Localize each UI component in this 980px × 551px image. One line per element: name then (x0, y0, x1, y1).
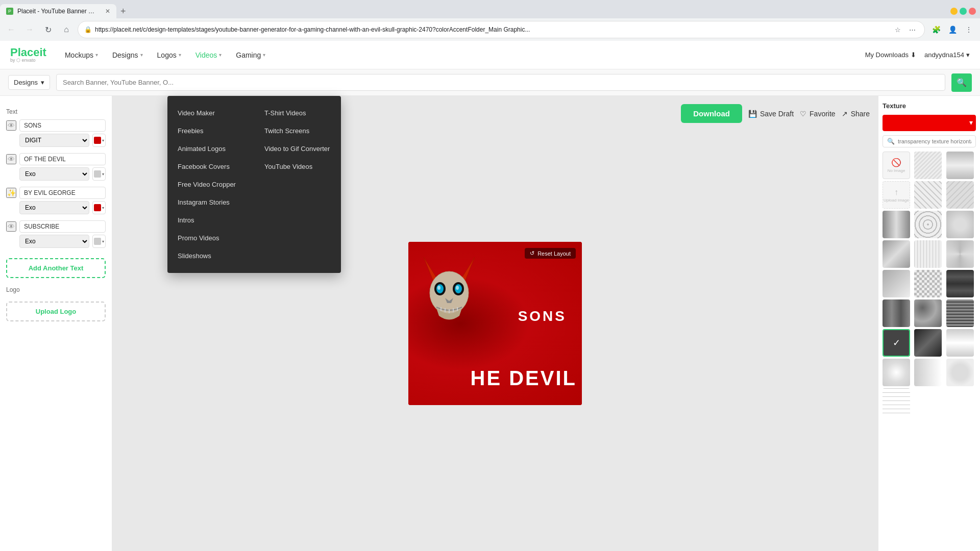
tab-close-button[interactable]: ✕ (105, 8, 110, 15)
menu-icon[interactable]: ⋮ (962, 22, 976, 37)
dropdown-item-facebook-covers[interactable]: Facebook Covers (167, 158, 254, 176)
banner-devil-text: HE DEVIL (471, 367, 577, 390)
dropdown-item-video-gif[interactable]: Video to Gif Converter (254, 140, 341, 158)
profile-icon[interactable]: 👤 (945, 22, 960, 37)
visibility-toggle-1[interactable]: 👁 (6, 120, 16, 131)
text-field-4[interactable] (19, 220, 106, 233)
nav-item-mockups[interactable]: Mockups ▾ (59, 48, 104, 62)
address-bar-row: ← → ↻ ⌂ 🔒 https://placeit.net/c/design-t… (0, 18, 980, 41)
reload-button[interactable]: ↻ (41, 22, 55, 37)
search-input[interactable] (56, 74, 945, 91)
font-select-2[interactable]: Exo (19, 167, 89, 181)
texture-item-11[interactable] (883, 270, 910, 297)
dropdown-item-instagram-stories[interactable]: Instagram Stories (167, 193, 254, 211)
dropdown-item-promo-videos[interactable]: Promo Videos (167, 229, 254, 247)
back-button[interactable]: ← (4, 22, 18, 37)
texture-item-selected[interactable]: ✓ (883, 329, 910, 357)
reset-layout-button[interactable]: ↺ Reset Layout (525, 248, 576, 259)
my-downloads-link[interactable]: My Downloads ⬇ (865, 51, 916, 59)
address-bar[interactable]: 🔒 https://placeit.net/c/design-templates… (78, 21, 925, 38)
font-select-1[interactable]: DIGIT (19, 134, 89, 147)
dropdown-item-animated-logos[interactable]: Animated Logos (167, 140, 254, 158)
new-tab-button[interactable]: + (116, 6, 130, 17)
texture-grid: 🚫 No Image ↑ Upload Image (883, 152, 976, 416)
search-button[interactable]: 🔍 (951, 73, 972, 92)
color-picker-1[interactable]: ▾ (92, 134, 106, 147)
close-button[interactable] (969, 8, 976, 15)
dropdown-item-intros[interactable]: Intros (167, 211, 254, 229)
logo[interactable]: Placeit by ⬡ envato (10, 47, 46, 63)
upload-logo-button[interactable]: Upload Logo (6, 302, 106, 321)
texture-item-15[interactable] (914, 299, 942, 327)
texture-upload-item[interactable]: ↑ Upload Image (883, 181, 910, 209)
text-field-1[interactable] (19, 119, 106, 132)
texture-item-2[interactable] (946, 152, 974, 179)
color-picker-2[interactable]: ▾ (92, 167, 106, 181)
texture-no-image[interactable]: 🚫 No Image (883, 152, 910, 179)
texture-item-17[interactable] (914, 329, 942, 357)
search-category-dropdown[interactable]: Designs ▾ (8, 75, 50, 90)
texture-search-input[interactable] (898, 138, 971, 144)
texture-item-18[interactable] (946, 329, 974, 357)
visibility-toggle-4[interactable]: 👁 (6, 221, 16, 232)
dropdown-item-twitch-screens[interactable]: Twitch Screens (254, 122, 341, 140)
texture-item-13[interactable] (946, 270, 974, 297)
texture-item-20[interactable] (914, 359, 942, 386)
dropdown-item-freebies[interactable]: Freebies (167, 122, 254, 140)
extensions-icon[interactable]: 🧩 (929, 22, 943, 37)
text-item-2-header: 👁 (6, 153, 106, 165)
color-picker-4[interactable]: ▾ (92, 235, 106, 248)
texture-item-6[interactable] (914, 211, 942, 238)
color-picker-3[interactable]: ▾ (92, 201, 106, 214)
logo-section-label: Logo (6, 286, 106, 293)
texture-item-7[interactable] (946, 211, 974, 238)
minimize-button[interactable] (950, 8, 958, 15)
visibility-toggle-2[interactable]: 👁 (6, 154, 16, 164)
maximize-button[interactable] (960, 8, 967, 15)
home-button[interactable]: ⌂ (59, 22, 74, 37)
text-item-1: 👁 DIGIT ▾ (6, 119, 106, 147)
dropdown-item-video-maker[interactable]: Video Maker (167, 104, 254, 122)
favorite-button[interactable]: ♡ Favorite (800, 110, 836, 118)
text-field-2[interactable] (19, 153, 106, 165)
texture-item-16[interactable] (946, 299, 974, 327)
dropdown-columns: Video Maker Freebies Animated Logos Face… (167, 104, 341, 265)
bookmark-button[interactable]: ☆ (892, 23, 904, 36)
forward-button[interactable]: → (22, 22, 37, 37)
font-select-3[interactable]: Exo (19, 201, 89, 214)
download-button[interactable]: Download (681, 104, 742, 123)
dropdown-item-slideshows[interactable]: Slideshows (167, 247, 254, 265)
color-swatch-3 (94, 204, 101, 211)
user-menu[interactable]: andyydna154 ▾ (924, 51, 970, 59)
texture-item-10[interactable] (946, 240, 974, 268)
visibility-toggle-3[interactable]: ✨ (6, 188, 16, 198)
dropdown-item-youtube-videos[interactable]: YouTube Videos (254, 158, 341, 176)
font-select-4[interactable]: Exo (19, 235, 89, 248)
texture-item-12[interactable] (914, 270, 942, 297)
texture-item-19[interactable] (883, 359, 910, 386)
texture-item-22[interactable] (883, 388, 910, 416)
dropdown-item-free-video-cropper[interactable]: Free Video Cropper (167, 176, 254, 193)
texture-item-3[interactable] (914, 181, 942, 209)
texture-item-4[interactable] (946, 181, 974, 209)
active-tab[interactable]: P Placeit - YouTube Banner Gene... ✕ (0, 4, 116, 18)
texture-color-bar[interactable]: ▾ (883, 115, 976, 131)
text-field-3[interactable] (19, 187, 106, 199)
nav-item-videos[interactable]: Videos ▾ (189, 48, 228, 62)
texture-item-5[interactable] (883, 211, 910, 238)
color-swatch-2 (94, 170, 101, 178)
extensions-button[interactable]: ⋯ (906, 23, 918, 36)
save-draft-button[interactable]: 💾 Save Draft (748, 110, 794, 118)
texture-item-1[interactable] (914, 152, 942, 179)
nav-item-designs[interactable]: Designs ▾ (106, 48, 149, 62)
nav-item-gaming[interactable]: Gaming ▾ (230, 48, 272, 62)
texture-item-8[interactable] (883, 240, 910, 268)
share-button[interactable]: ↗ Share (842, 110, 870, 118)
dropdown-item-tshirt-videos[interactable]: T-Shirt Videos (254, 104, 341, 122)
texture-item-21[interactable] (946, 359, 974, 386)
nav-item-logos[interactable]: Logos ▾ (151, 48, 187, 62)
texture-item-14[interactable] (883, 299, 910, 327)
texture-item-9[interactable] (914, 240, 942, 268)
add-another-text-button[interactable]: Add Another Text (6, 258, 106, 278)
texture-search-box[interactable]: 🔍 (883, 135, 976, 147)
